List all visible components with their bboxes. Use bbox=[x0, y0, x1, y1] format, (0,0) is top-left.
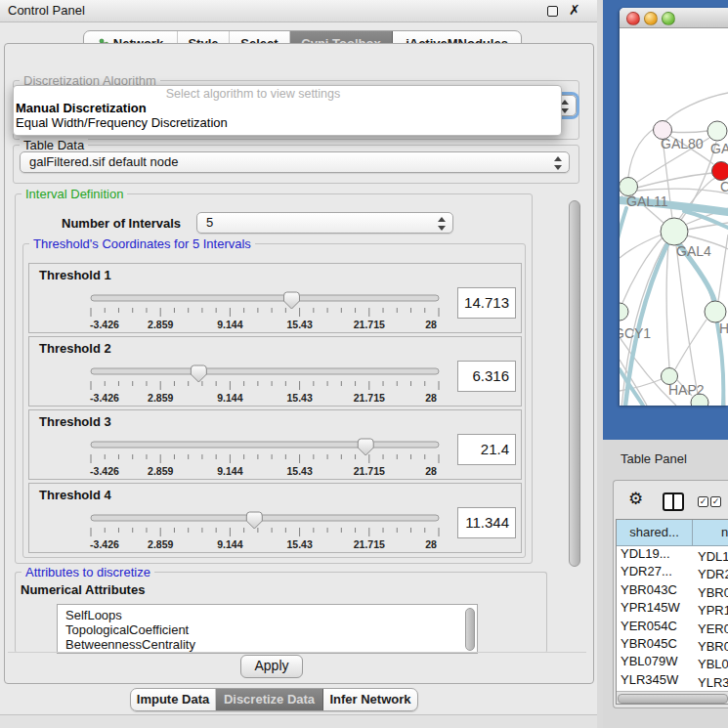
table-hscrollbar-thumb[interactable] bbox=[618, 694, 728, 704]
apply-button[interactable]: Apply bbox=[240, 655, 303, 678]
network-canvas[interactable]: GAL80GAGAL11CGAL4GCY1HHAP2 bbox=[620, 27, 728, 406]
control-panel-titlebar: Control Panel ✗ bbox=[0, 0, 597, 22]
zoom-traffic-light[interactable] bbox=[662, 12, 675, 25]
table-row[interactable]: YBL079WYBL0 bbox=[617, 654, 728, 671]
table-cell[interactable]: YLR345W bbox=[617, 672, 692, 687]
table-cell[interactable]: YDL19... bbox=[617, 546, 692, 561]
table-row[interactable]: YDL19...YDL1 bbox=[617, 546, 728, 564]
table-row[interactable]: YBR043CYBR0 bbox=[617, 582, 728, 600]
network-node[interactable] bbox=[620, 303, 628, 321]
slider-thumb[interactable] bbox=[358, 439, 373, 455]
network-node[interactable] bbox=[712, 162, 728, 181]
slider-tick-label: 21.715 bbox=[354, 392, 385, 404]
algorithm-option[interactable]: Equal Width/Frequency Discretization bbox=[14, 115, 561, 130]
close-icon[interactable]: ✗ bbox=[569, 2, 580, 18]
column-header-name[interactable]: n bbox=[693, 520, 728, 546]
threshold-row: Threshold 4-3.4262.8599.14415.4321.71528… bbox=[28, 483, 522, 553]
gear-icon[interactable]: ⚙ bbox=[628, 490, 643, 509]
panel-title: Control Panel bbox=[8, 3, 85, 18]
algorithm-dropdown-popup: Select algorithm to view settings Manual… bbox=[13, 85, 562, 136]
table-data-group: Table Data galFiltered.sif default node bbox=[13, 145, 579, 184]
slider-tick-label: 2.859 bbox=[148, 538, 173, 550]
table-row[interactable]: YPR145WYPR1 bbox=[617, 600, 728, 618]
slider-tick-label: 15.43 bbox=[286, 465, 312, 477]
slider-track[interactable] bbox=[91, 442, 439, 448]
slider-tick-label: 28 bbox=[425, 538, 437, 550]
table-cell[interactable]: YER054C bbox=[617, 619, 692, 633]
network-edge-highlighted bbox=[620, 208, 626, 257]
float-window-icon[interactable] bbox=[547, 6, 558, 17]
slider-track[interactable] bbox=[91, 515, 439, 521]
table-row[interactable]: YBR045CYBR0 bbox=[617, 636, 728, 654]
table-cell[interactable]: YBR0 bbox=[692, 639, 728, 654]
table-cell[interactable]: YDL1 bbox=[692, 549, 728, 564]
slider-thumb[interactable] bbox=[191, 365, 206, 382]
threshold-value-input[interactable]: 6.316 bbox=[457, 361, 516, 392]
table-cell[interactable]: YPR145W bbox=[617, 600, 692, 615]
attribute-list-item[interactable]: TopologicalCoefficient bbox=[58, 622, 477, 637]
tab-discretize-data[interactable]: Discretize Data bbox=[216, 689, 323, 710]
table-cell[interactable]: YBL079W bbox=[617, 654, 692, 668]
threshold-slider[interactable]: -3.4262.8599.14415.4321.71528 bbox=[83, 363, 447, 406]
slider-track[interactable] bbox=[91, 295, 439, 301]
tab-impute-data[interactable]: Impute Data bbox=[131, 689, 216, 710]
table-row[interactable]: YER054CYER0 bbox=[617, 619, 728, 636]
threshold-slider[interactable]: -3.4262.8599.14415.4321.71528 bbox=[83, 289, 447, 332]
slider-track[interactable] bbox=[91, 368, 439, 374]
network-node[interactable] bbox=[661, 218, 688, 245]
slider-tick-label: 28 bbox=[425, 392, 437, 404]
combo-stepper-icon bbox=[554, 156, 562, 170]
network-edge bbox=[718, 235, 728, 301]
network-node[interactable] bbox=[707, 121, 727, 141]
table-horizontal-scrollbar[interactable] bbox=[617, 691, 728, 704]
attribute-list-item[interactable]: SelfLoops bbox=[58, 608, 477, 622]
table-cell[interactable]: YPR1 bbox=[692, 603, 728, 618]
table-cell[interactable]: YDR2 bbox=[692, 567, 728, 581]
table-cell[interactable]: YBR045C bbox=[617, 636, 692, 651]
minimize-traffic-light[interactable] bbox=[644, 12, 658, 25]
table-cell[interactable]: YDR27... bbox=[617, 564, 692, 578]
table-cell[interactable]: YLR3 bbox=[692, 675, 728, 690]
attributes-scrollbar-thumb[interactable] bbox=[465, 608, 475, 651]
slider-tick-label: 2.859 bbox=[148, 319, 173, 330]
slider-tick-label: 21.715 bbox=[354, 465, 385, 477]
table-row[interactable]: YLR345WYLR3 bbox=[617, 672, 728, 690]
slider-tick-label: -3.426 bbox=[90, 538, 119, 550]
table-data-group-title: Table Data bbox=[20, 138, 88, 152]
network-edge bbox=[664, 93, 728, 123]
threshold-label: Threshold 4 bbox=[39, 488, 111, 502]
table-cell[interactable]: YBL0 bbox=[692, 657, 728, 671]
slider-tick-label: 2.859 bbox=[148, 465, 173, 477]
network-node[interactable] bbox=[705, 301, 726, 322]
close-traffic-light[interactable] bbox=[626, 12, 640, 25]
slider-thumb[interactable] bbox=[246, 512, 262, 529]
slider-thumb[interactable] bbox=[283, 292, 299, 309]
tab-infer-network[interactable]: Infer Network bbox=[323, 689, 417, 710]
combo-stepper-icon bbox=[561, 100, 569, 113]
threshold-slider[interactable]: -3.4262.8599.14415.4321.71528 bbox=[83, 509, 447, 552]
table-data-combobox[interactable]: galFiltered.sif default node bbox=[20, 151, 570, 173]
panel-scrollbar-thumb[interactable] bbox=[569, 200, 580, 567]
threshold-value-input[interactable]: 21.4 bbox=[457, 434, 516, 465]
number-of-intervals-combobox[interactable]: 5 bbox=[196, 212, 453, 234]
numerical-attributes-list[interactable]: SelfLoopsTopologicalCoefficientBetweenne… bbox=[57, 604, 478, 654]
column-header-shared[interactable]: shared... bbox=[617, 520, 693, 546]
checkbox-icon[interactable]: ✓ bbox=[710, 496, 721, 507]
attribute-list-item[interactable]: BetweennessCentrality bbox=[58, 637, 477, 652]
checkbox-icon[interactable]: ✓ bbox=[698, 496, 708, 507]
columns-icon[interactable] bbox=[663, 492, 684, 511]
threshold-slider[interactable]: -3.4262.8599.14415.4321.71528 bbox=[83, 436, 447, 479]
table-row[interactable]: YDR27...YDR2 bbox=[617, 564, 728, 581]
network-node-label: HAP2 bbox=[668, 382, 705, 398]
network-node-label: H bbox=[719, 321, 728, 336]
slider-tick-label: 15.43 bbox=[286, 319, 312, 330]
table-cell[interactable]: YBR0 bbox=[692, 585, 728, 600]
table-rows: YDL19...YDL1YDR27...YDR2YBR043CYBR0YPR14… bbox=[617, 546, 728, 690]
threshold-value-input[interactable]: 14.713 bbox=[457, 287, 516, 319]
network-window-titlebar[interactable] bbox=[620, 8, 728, 28]
slider-tick-label: 21.715 bbox=[354, 319, 385, 330]
threshold-value-input[interactable]: 11.344 bbox=[457, 507, 516, 538]
table-cell[interactable]: YBR043C bbox=[617, 582, 692, 597]
algorithm-option[interactable]: Manual Discretization bbox=[14, 101, 561, 115]
table-cell[interactable]: YER0 bbox=[692, 621, 728, 636]
